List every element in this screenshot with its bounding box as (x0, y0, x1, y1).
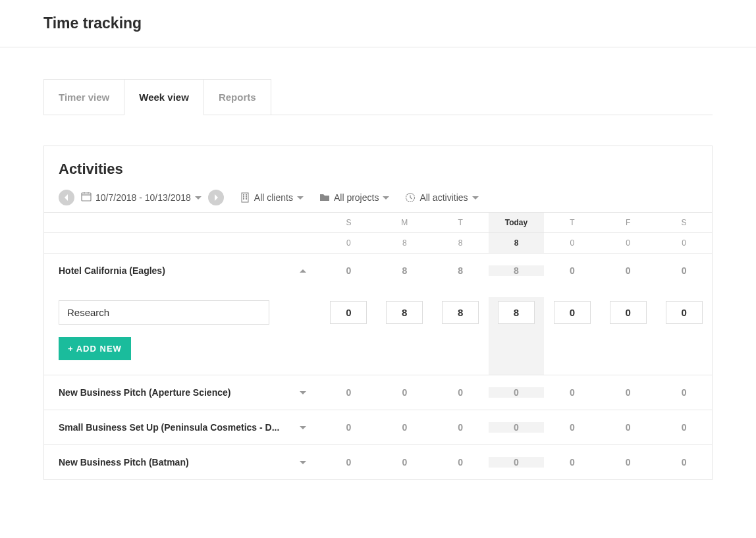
svg-rect-7 (243, 196, 244, 198)
proj1-sat: 0 (656, 387, 712, 398)
proj3-today: 0 (489, 457, 545, 468)
svg-rect-6 (246, 194, 247, 196)
activities-panel: Activities 10/7/2018 - 10/13/2018 (43, 146, 713, 480)
proj2-mon: 0 (377, 422, 433, 433)
project-row-peninsula: Small Business Set Up (Peninsula Cosmeti… (44, 410, 712, 444)
chevron-down-icon (472, 196, 479, 200)
proj2-sun: 0 (321, 422, 377, 433)
proj1-today: 0 (489, 387, 545, 398)
day-col-mon: M (377, 213, 433, 232)
proj1-thu: 0 (544, 387, 600, 398)
tabs: Timer view Week view Reports (43, 79, 713, 115)
panel-header: Activities 10/7/2018 - 10/13/2018 (44, 146, 712, 212)
page-header: Time tracking (0, 0, 756, 47)
total-tue: 8 (433, 233, 489, 253)
projects-filter[interactable]: All projects (319, 192, 389, 203)
calendar-icon (81, 192, 92, 204)
project-label[interactable]: Hotel California (Eagles) (44, 254, 321, 288)
building-icon (240, 192, 250, 203)
proj3-fri: 0 (600, 457, 656, 468)
svg-rect-8 (246, 196, 247, 198)
hour-input-sat[interactable] (666, 301, 703, 324)
total-thu: 0 (544, 233, 600, 253)
proj1-mon: 0 (377, 387, 433, 398)
total-mon: 8 (377, 233, 433, 253)
project-row-aperture: New Business Pitch (Aperture Science) 0 … (44, 375, 712, 410)
activities-filter[interactable]: All activities (405, 192, 478, 203)
project-label[interactable]: Small Business Set Up (Peninsula Cosmeti… (44, 410, 321, 444)
total-fri: 0 (600, 233, 656, 253)
chevron-down-icon (297, 196, 304, 200)
project-name: Small Business Set Up (Peninsula Cosmeti… (59, 422, 294, 433)
day-col-sat: S (656, 213, 712, 232)
proj0-fri: 0 (600, 265, 656, 276)
project-name: New Business Pitch (Batman) (59, 457, 294, 468)
chevron-down-icon (195, 196, 202, 200)
chevron-down-icon (383, 196, 389, 200)
activities-filter-label: All activities (419, 192, 468, 203)
proj3-mon: 0 (377, 457, 433, 468)
panel-title: Activities (59, 161, 697, 178)
tab-week-view[interactable]: Week view (124, 79, 204, 115)
proj3-thu: 0 (544, 457, 600, 468)
total-today: 8 (489, 233, 545, 253)
day-col-tue: T (433, 213, 489, 232)
activity-row-research (44, 288, 712, 328)
proj2-thu: 0 (544, 422, 600, 433)
proj1-tue: 0 (433, 387, 489, 398)
folder-icon (319, 192, 330, 203)
empty-cell (44, 238, 321, 248)
proj0-sat: 0 (656, 265, 712, 276)
date-range-picker[interactable]: 10/7/2018 - 10/13/2018 (81, 192, 202, 204)
svg-rect-4 (242, 193, 248, 202)
day-col-today: Today (489, 213, 545, 232)
proj2-tue: 0 (433, 422, 489, 433)
hour-input-thu[interactable] (554, 301, 591, 324)
project-label[interactable]: New Business Pitch (Batman) (44, 445, 321, 479)
proj0-mon: 8 (377, 265, 433, 276)
expand-icon (300, 426, 306, 429)
hour-input-fri[interactable] (610, 301, 647, 324)
clients-filter[interactable]: All clients (240, 192, 304, 203)
chevron-left-icon (63, 194, 70, 201)
clients-filter-label: All clients (254, 192, 293, 203)
day-col-sun: S (321, 213, 377, 232)
project-label[interactable]: New Business Pitch (Aperture Science) (44, 375, 321, 410)
tab-timer-view[interactable]: Timer view (43, 79, 124, 115)
total-sun: 0 (321, 233, 377, 253)
svg-rect-5 (243, 194, 244, 196)
hour-input-today[interactable] (498, 301, 535, 324)
proj0-today: 8 (489, 265, 545, 276)
proj1-sun: 0 (321, 387, 377, 398)
clock-icon (405, 192, 416, 203)
svg-line-13 (410, 198, 412, 199)
date-range-label: 10/7/2018 - 10/13/2018 (95, 192, 191, 203)
add-new-button[interactable]: + ADD NEW (59, 337, 131, 360)
hour-input-tue[interactable] (442, 301, 479, 324)
next-week-button[interactable] (208, 190, 224, 205)
tab-reports[interactable]: Reports (203, 79, 271, 115)
chevron-right-icon (213, 194, 219, 201)
project-row-batman: New Business Pitch (Batman) 0 0 0 0 0 0 … (44, 444, 712, 479)
proj0-sun: 0 (321, 265, 377, 276)
collapse-icon (300, 269, 306, 273)
prev-week-button[interactable] (59, 190, 74, 205)
project-name: Hotel California (Eagles) (59, 265, 294, 276)
hour-input-sun[interactable] (330, 301, 367, 324)
expand-icon (300, 391, 306, 394)
project-row-hotel-california: Hotel California (Eagles) 0 8 8 8 0 0 0 (44, 253, 712, 288)
svg-rect-0 (82, 193, 91, 201)
day-col-fri: F (600, 213, 656, 232)
project-name: New Business Pitch (Aperture Science) (59, 387, 294, 398)
hour-input-mon[interactable] (386, 301, 423, 324)
page-title: Time tracking (43, 14, 713, 32)
proj0-thu: 0 (544, 265, 600, 276)
empty-cell (44, 217, 321, 228)
activity-name-input[interactable] (59, 300, 269, 325)
proj3-sat: 0 (656, 457, 712, 468)
proj2-today: 0 (489, 422, 545, 433)
proj0-tue: 8 (433, 265, 489, 276)
proj1-fri: 0 (600, 387, 656, 398)
expand-icon (300, 461, 306, 464)
proj2-sat: 0 (656, 422, 712, 433)
